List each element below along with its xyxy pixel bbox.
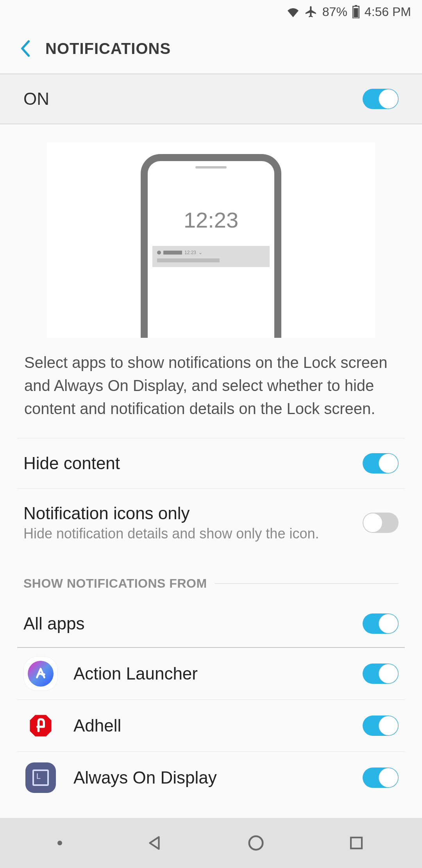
master-toggle-label: ON [23,89,49,109]
section-header-label: SHOW NOTIFICATIONS FROM [23,576,207,591]
setting-hide-content-toggle[interactable] [363,453,399,473]
svg-point-4 [249,836,263,850]
back-button[interactable] [20,40,32,57]
nav-recent-button[interactable] [348,835,365,851]
svg-rect-2 [354,8,358,18]
setting-hide-content-title: Hide content [23,454,120,473]
all-apps-row[interactable]: All apps [17,600,405,648]
airplane-icon [304,5,318,18]
app-toggle-aod[interactable] [363,768,399,788]
preview-illustration: 12:23 12:23 ⌄ [0,124,422,338]
app-toggle-adhell[interactable] [363,716,399,736]
app-name-aod: Always On Display [73,768,347,787]
nav-menu-dot[interactable] [57,841,62,845]
nav-home-button[interactable] [247,834,265,852]
wifi-icon [286,6,300,17]
section-header: SHOW NOTIFICATIONS FROM [0,557,422,600]
status-bar: 87% 4:56 PM [0,0,422,23]
navigation-bar [0,818,422,868]
all-apps-toggle[interactable] [363,613,399,634]
app-toggle-action-launcher[interactable] [363,664,399,684]
app-icon-aod [23,760,58,795]
setting-icons-only-subtitle: Hide notification details and show only … [23,525,319,542]
setting-hide-content[interactable]: Hide content [17,438,405,488]
setting-icons-only[interactable]: Notification icons only Hide notificatio… [17,488,405,557]
preview-clock: 12:23 [184,207,238,233]
all-apps-label: All apps [23,614,85,633]
app-name-adhell: Adhell [73,716,347,735]
description-text: Select apps to show notifications on the… [0,338,422,438]
page-title: NOTIFICATIONS [45,40,171,57]
nav-back-button[interactable] [145,834,163,852]
setting-icons-only-title: Notification icons only [23,504,319,523]
master-toggle-row[interactable]: ON [0,74,422,124]
app-icon-action-launcher [23,656,58,691]
preview-notif-time: 12:23 [184,250,196,255]
battery-percent: 87% [322,5,347,19]
preview-notification: 12:23 ⌄ [152,246,270,267]
battery-icon [352,5,360,18]
header: NOTIFICATIONS [0,23,422,74]
setting-icons-only-toggle[interactable] [363,513,399,533]
master-toggle-switch[interactable] [363,89,399,109]
app-icon-adhell [23,708,58,743]
app-name-action-launcher: Action Launcher [73,664,347,683]
app-row-aod[interactable]: Always On Display [17,752,405,803]
app-row-action-launcher[interactable]: Action Launcher [17,648,405,700]
status-time: 4:56 PM [365,5,411,19]
app-row-adhell[interactable]: Adhell [17,700,405,752]
svg-rect-5 [351,838,362,848]
